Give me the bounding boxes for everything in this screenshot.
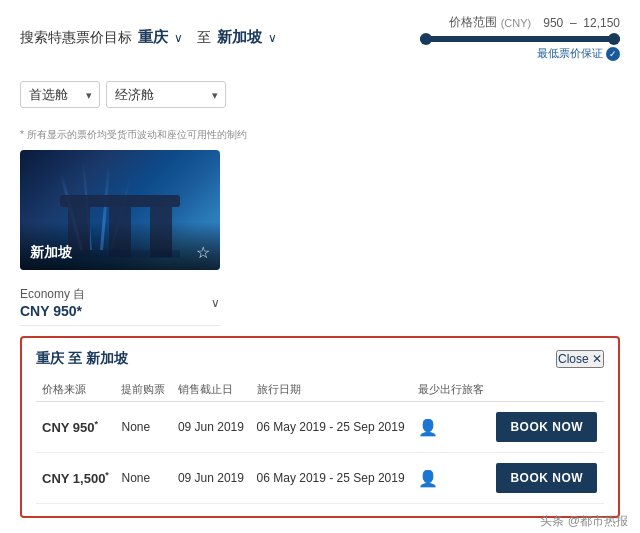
- price-range-values: 950 – 12,150: [543, 16, 620, 30]
- range-thumb-left[interactable]: [420, 33, 432, 45]
- price-display: CNY 950*: [20, 303, 85, 319]
- fare-promo-cell: None: [115, 402, 171, 453]
- economy-price-row: Economy 自 CNY 950* ∨: [20, 280, 220, 326]
- cabin-class-wrapper[interactable]: 经济舱: [106, 81, 226, 108]
- disclaimer: * 所有显示的票价均受货币波动和座位可用性的制约: [20, 128, 620, 142]
- price-range-container: 价格范围 (CNY) 950 – 12,150 最低票价保证 ✓: [420, 14, 620, 61]
- destination-card: 新加坡 ☆: [20, 150, 220, 270]
- cabin-type-wrapper[interactable]: 首选舱: [20, 81, 100, 108]
- guarantee-link[interactable]: 最低票价保证 ✓: [420, 46, 620, 61]
- cabin-type-select[interactable]: 首选舱: [20, 81, 100, 108]
- destination-image: 新加坡 ☆: [20, 150, 220, 270]
- fare-min-travelers-cell: 👤: [412, 402, 491, 453]
- col-promo-ticket: 提前购票: [115, 378, 171, 402]
- price-range-label: 价格范围: [449, 14, 497, 31]
- destination-name-overlay: 新加坡: [30, 244, 72, 262]
- col-price-source: 价格来源: [36, 378, 115, 402]
- dest-city: 新加坡: [217, 28, 262, 47]
- fare-sale-end-cell: 09 Jun 2019: [172, 453, 251, 504]
- fare-min-travelers-cell: 👤: [412, 453, 491, 504]
- fare-travel-dates-cell: 06 May 2019 - 25 Sep 2019: [251, 453, 412, 504]
- main-content: * 所有显示的票价均受货币波动和座位可用性的制约: [0, 128, 640, 518]
- close-button[interactable]: Close ✕: [556, 350, 604, 368]
- fare-price-cell: CNY 1,500*: [36, 453, 115, 504]
- watermark: 头条 @都市热报: [540, 513, 628, 530]
- fare-row-2: CNY 1,500* None 09 Jun 2019 06 May 2019 …: [36, 453, 604, 504]
- price-range-currency: (CNY): [501, 17, 532, 29]
- economy-label: Economy 自: [20, 286, 85, 303]
- cabin-class-select[interactable]: 经济舱: [106, 81, 226, 108]
- guarantee-label: 最低票价保证: [537, 46, 603, 61]
- fare-details-box: 重庆 至 新加坡 Close ✕ 价格来源 提前购票 销售截止日 旅行日期 最少…: [20, 336, 620, 518]
- dest-dropdown-arrow[interactable]: ∨: [268, 31, 277, 45]
- range-slider[interactable]: [420, 36, 620, 42]
- fare-book-cell[interactable]: BOOK NOW: [490, 453, 604, 504]
- col-sale-end: 销售截止日: [172, 378, 251, 402]
- fare-travel-dates-cell: 06 May 2019 - 25 Sep 2019: [251, 402, 412, 453]
- col-travel-dates: 旅行日期: [251, 378, 412, 402]
- col-min-travelers: 最少出行旅客: [412, 378, 491, 402]
- fare-book-cell[interactable]: BOOK NOW: [490, 402, 604, 453]
- fare-promo-cell: None: [115, 453, 171, 504]
- origin-dropdown-arrow[interactable]: ∨: [174, 31, 183, 45]
- to-label: 至: [197, 29, 211, 47]
- fare-route-title: 重庆 至 新加坡: [36, 350, 128, 368]
- fare-price-cell: CNY 950*: [36, 402, 115, 453]
- fare-table: 价格来源 提前购票 销售截止日 旅行日期 最少出行旅客 CNY 950* Non…: [36, 378, 604, 504]
- person-icon: 👤: [418, 419, 438, 436]
- search-label: 搜索特惠票价目标: [20, 29, 132, 47]
- search-header: 搜索特惠票价目标 重庆 ∨ 至 新加坡 ∨ 价格范围 (CNY) 950 – 1…: [0, 0, 640, 71]
- fare-row-1: CNY 950* None 09 Jun 2019 06 May 2019 - …: [36, 402, 604, 453]
- svg-rect-0: [60, 195, 180, 207]
- origin-city: 重庆: [138, 28, 168, 47]
- cabin-selector-row: 首选舱 经济舱: [0, 71, 640, 118]
- favorite-star-icon[interactable]: ☆: [196, 243, 210, 262]
- book-now-button[interactable]: BOOK NOW: [496, 463, 597, 493]
- fare-sale-end-cell: 09 Jun 2019: [172, 402, 251, 453]
- book-now-button[interactable]: BOOK NOW: [496, 412, 597, 442]
- fare-details-header: 重庆 至 新加坡 Close ✕: [36, 350, 604, 368]
- range-thumb-right[interactable]: [608, 33, 620, 45]
- expand-arrow-icon[interactable]: ∨: [211, 296, 220, 310]
- guarantee-icon: ✓: [606, 47, 620, 61]
- person-icon: 👤: [418, 470, 438, 487]
